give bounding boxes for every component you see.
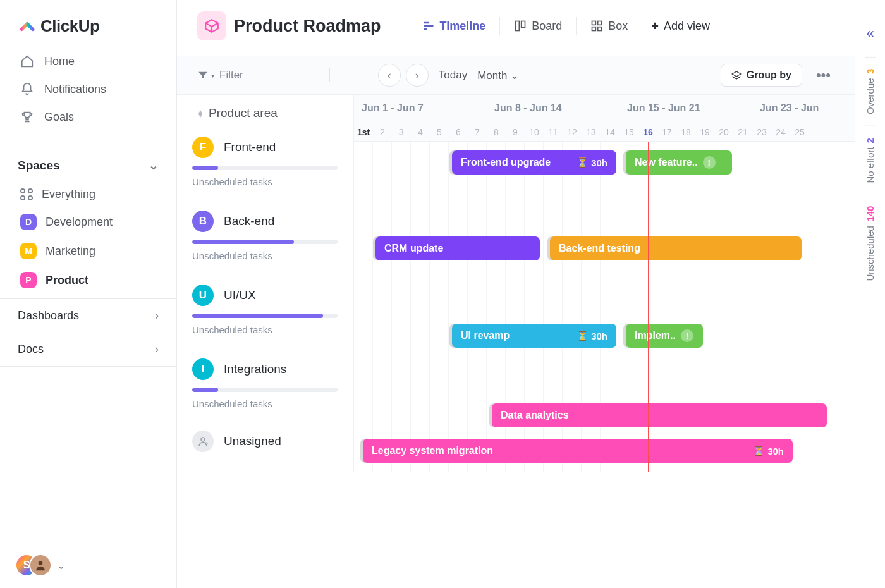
app-name: ClickUp xyxy=(40,16,99,36)
page-header: Product Roadmap Timeline Board xyxy=(177,0,855,56)
layers-icon xyxy=(731,70,742,80)
prev-button[interactable]: ‹ xyxy=(378,64,401,87)
svg-rect-1 xyxy=(516,21,520,31)
unscheduled-label[interactable]: Unscheduled tasks xyxy=(192,250,338,261)
progress-bar xyxy=(192,166,338,170)
task-bar-implem[interactable]: Implem.. ! xyxy=(626,324,703,348)
unscheduled-label[interactable]: Unscheduled tasks xyxy=(192,176,338,187)
alert-icon: ! xyxy=(703,156,716,169)
group-row-uiux[interactable]: UUI/UX Unscheduled tasks xyxy=(177,274,353,348)
task-bar-frontend-upgrade[interactable]: Front-end upgrade ⏳30h xyxy=(452,150,616,175)
more-menu-button[interactable]: ••• xyxy=(812,67,834,83)
filter-button[interactable]: ▾ Filter xyxy=(197,69,243,82)
page-folder-icon[interactable] xyxy=(197,11,226,40)
task-label: Implem.. xyxy=(635,330,676,341)
nav-notifications[interactable]: Notifications xyxy=(11,75,165,103)
task-label: Legacy system migration xyxy=(372,445,493,456)
app-logo[interactable]: ClickUp xyxy=(0,0,176,47)
task-bar-crm-update[interactable]: CRM update xyxy=(375,236,540,260)
groupby-button[interactable]: Group by xyxy=(721,64,802,87)
task-bar-ui-revamp[interactable]: UI revamp ⏳30h xyxy=(452,324,616,348)
svg-point-7 xyxy=(201,438,205,441)
stat-noeffort[interactable]: No effort2 xyxy=(865,126,876,195)
plus-icon: + xyxy=(651,19,659,34)
tab-timeline[interactable]: Timeline xyxy=(417,16,491,37)
logo-icon xyxy=(19,18,35,35)
group-row-integrations[interactable]: IIntegrations Unscheduled tasks xyxy=(177,348,353,417)
group-row-backend[interactable]: BBack-end Unscheduled tasks xyxy=(177,200,353,274)
task-bar-backend-testing[interactable]: Back-end testing xyxy=(550,236,802,260)
tab-board[interactable]: Board xyxy=(509,16,567,37)
task-bar-data-analytics[interactable]: Data analytics xyxy=(492,403,827,427)
nav-goals[interactable]: Goals xyxy=(11,103,165,131)
group-badge: B xyxy=(192,211,214,232)
unscheduled-label[interactable]: Unscheduled tasks xyxy=(192,324,338,335)
sidebar-item-product[interactable]: P Product xyxy=(11,266,165,295)
nav-label: Goals xyxy=(44,111,74,124)
stat-overdue[interactable]: Overdue3 xyxy=(865,57,876,126)
user-avatar-stack[interactable]: S xyxy=(15,554,53,577)
hours-badge: ⏳30h xyxy=(577,157,607,168)
svg-rect-2 xyxy=(522,21,525,28)
chevron-right-icon: › xyxy=(155,309,159,322)
svg-point-0 xyxy=(39,561,43,565)
collapse-panel-button[interactable]: « xyxy=(866,25,874,42)
group-row-unassigned[interactable]: Unasigned xyxy=(177,417,353,472)
filter-icon xyxy=(197,70,209,81)
space-badge: P xyxy=(20,272,37,288)
group-label: Front-end xyxy=(224,140,276,154)
chevron-down-icon[interactable]: ⌄ xyxy=(57,560,65,572)
view-label: Add view xyxy=(664,20,710,33)
task-bar-legacy-migration[interactable]: Legacy system migration ⏳30h xyxy=(363,439,793,463)
next-button[interactable]: › xyxy=(406,64,429,87)
groupby-label: Group by xyxy=(747,70,791,81)
chevron-right-icon: › xyxy=(415,69,419,82)
task-bar-new-feature[interactable]: New feature.. ! xyxy=(626,150,732,175)
group-badge: I xyxy=(192,358,214,380)
timeline-groups-panel: ▴▾ Product area FFront-end Unscheduled t… xyxy=(177,95,354,472)
progress-bar xyxy=(192,388,338,392)
chevron-left-icon: ‹ xyxy=(388,69,391,82)
space-badge: D xyxy=(20,214,37,230)
svg-rect-4 xyxy=(598,21,602,25)
add-view-button[interactable]: + Add view xyxy=(651,19,710,34)
sidebar-item-marketing[interactable]: M Marketing xyxy=(11,236,165,266)
view-tabs: Timeline Board Box + Add vi xyxy=(417,16,711,37)
nav-home[interactable]: Home xyxy=(11,47,165,75)
trophy-icon xyxy=(20,110,34,124)
task-label: New feature.. xyxy=(635,157,698,168)
stat-unscheduled[interactable]: Unscheduled140 xyxy=(865,195,876,293)
sidebar-item-label: Marketing xyxy=(46,245,95,258)
unscheduled-label[interactable]: Unscheduled tasks xyxy=(192,398,338,409)
chevron-down-icon: ⌄ xyxy=(149,158,159,173)
group-column-header[interactable]: ▴▾ Product area xyxy=(177,95,353,126)
view-label: Board xyxy=(532,20,562,33)
home-icon xyxy=(20,54,34,68)
today-button[interactable]: Today xyxy=(439,69,467,82)
sidebar-item-dashboards[interactable]: Dashboards › xyxy=(0,298,176,333)
sidebar-item-everything[interactable]: Everything xyxy=(11,181,165,207)
svg-rect-3 xyxy=(592,21,596,25)
chevron-down-icon: ⌄ xyxy=(510,70,519,82)
sidebar-item-development[interactable]: D Development xyxy=(11,207,165,236)
progress-bar xyxy=(192,240,338,244)
task-label: CRM update xyxy=(384,243,443,254)
group-row-frontend[interactable]: FFront-end Unscheduled tasks xyxy=(177,126,353,200)
group-badge: F xyxy=(192,137,214,158)
sort-icon: ▴▾ xyxy=(198,109,202,117)
space-badge: M xyxy=(20,243,37,259)
filter-label: Filter xyxy=(219,69,243,82)
group-label: UI/UX xyxy=(224,288,256,302)
progress-bar xyxy=(192,314,338,318)
scale-select[interactable]: Month ⌄ xyxy=(477,69,519,82)
today-line xyxy=(648,142,649,472)
timeline-canvas: Jun 1 - Jun 7Jun 8 - Jun 14Jun 15 - Jun … xyxy=(354,95,855,472)
right-stats-bar: « Overdue3 No effort2 Unscheduled140 xyxy=(855,0,885,588)
svg-rect-6 xyxy=(598,27,602,31)
group-label: Integrations xyxy=(224,362,286,376)
page-title: Product Roadmap xyxy=(234,16,381,36)
spaces-header[interactable]: Spaces ⌄ xyxy=(0,149,176,181)
tab-box[interactable]: Box xyxy=(585,16,633,37)
sidebar-item-docs[interactable]: Docs › xyxy=(0,333,176,367)
nav-label: Home xyxy=(44,55,75,68)
